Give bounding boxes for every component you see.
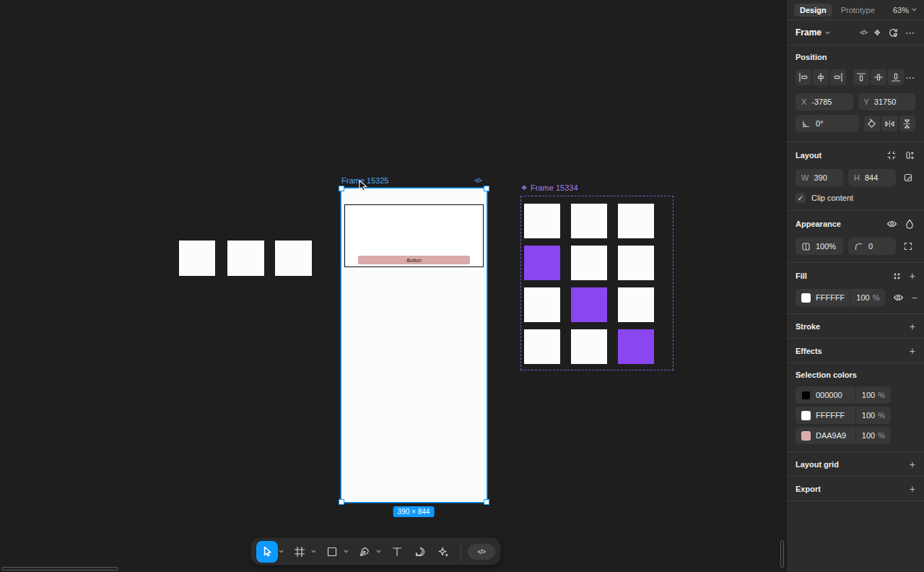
selection-handle-bottom-left[interactable] [339, 499, 344, 505]
move-cursor-icon [262, 546, 273, 558]
chevron-down-icon[interactable] [825, 31, 830, 35]
add-effect-icon[interactable]: + [910, 346, 915, 356]
canvas[interactable]: Frame 15325 </> Button 390 × 844 ❖ Frame… [0, 0, 924, 572]
fill-hex: FFFFFF [816, 293, 845, 302]
selection-handle-top-left[interactable] [339, 186, 344, 191]
pen-tool-icon [359, 546, 370, 558]
component-grid [524, 204, 654, 364]
frame-15334-label[interactable]: ❖ Frame 15334 [521, 183, 578, 192]
grid-cell-white[interactable] [618, 287, 654, 322]
align-bottom-button[interactable] [888, 69, 904, 85]
tab-design[interactable]: Design [794, 4, 832, 17]
position-title: Position [796, 53, 915, 61]
move-tool-chevron-icon[interactable] [279, 550, 284, 553]
x-position-field[interactable]: X -3785 [796, 93, 853, 110]
grid-cell-white[interactable] [571, 204, 607, 238]
add-fill-icon[interactable]: + [910, 271, 915, 281]
y-position-field[interactable]: Y 31750 [858, 93, 916, 110]
canvas-square-3[interactable] [275, 240, 312, 276]
grid-cell-white[interactable] [618, 204, 654, 238]
visibility-eye-icon[interactable] [886, 218, 897, 230]
grid-cell-white[interactable] [571, 246, 607, 280]
grid-cell-white[interactable] [524, 329, 560, 364]
layout-title: Layout [796, 151, 821, 160]
fill-opacity: 100 [856, 293, 869, 302]
rotate-button[interactable] [864, 116, 881, 131]
zoom-control[interactable]: 63% [893, 6, 917, 14]
grid-cell-white[interactable] [524, 204, 560, 238]
selection-type[interactable]: Frame [796, 27, 821, 38]
fill-title: Fill [796, 272, 807, 280]
frame-15325-code-icon[interactable]: </> [474, 177, 481, 184]
canvas-square-2[interactable] [227, 240, 264, 276]
remove-fill-icon[interactable]: − [911, 292, 917, 303]
color-percent: % [878, 391, 885, 399]
grid-cell-white[interactable] [618, 246, 654, 280]
tab-prototype[interactable]: Prototype [841, 6, 875, 14]
comment-tool-button[interactable] [409, 541, 431, 563]
fill-color-field[interactable]: FFFFFF 100 % [796, 289, 885, 306]
flip-vertical-button[interactable] [899, 116, 916, 131]
blend-mode-icon[interactable] [904, 218, 915, 230]
styles-icon[interactable] [892, 270, 903, 282]
add-stroke-icon[interactable]: + [910, 321, 915, 332]
width-field[interactable]: W 390 [796, 169, 843, 186]
vertical-scrollbar[interactable] [780, 540, 784, 568]
fill-swatch[interactable] [801, 293, 811, 303]
align-left-button[interactable] [796, 69, 811, 85]
dev-mode-toggle[interactable]: </> [468, 544, 495, 560]
align-horizontal-center-button[interactable] [813, 69, 829, 85]
canvas-square-1[interactable] [179, 240, 215, 276]
frame-tool-chevron-icon[interactable] [311, 550, 316, 553]
horizontal-scrollbar[interactable] [1, 567, 118, 571]
stroke-section: Stroke + [787, 314, 924, 339]
opacity-field[interactable]: 100% [796, 238, 843, 255]
pen-tool-button[interactable] [354, 541, 375, 563]
add-layout-grid-icon[interactable]: + [910, 459, 915, 469]
grid-cell-purple[interactable] [524, 246, 560, 280]
color-swatch[interactable] [801, 391, 811, 400]
color-swatch[interactable] [801, 411, 811, 420]
width-label: W [801, 173, 808, 182]
create-component-icon[interactable]: ❖ [873, 29, 881, 37]
selection-color-row[interactable]: DAA9A9 100 % [796, 427, 891, 444]
shape-tool-button[interactable] [321, 541, 343, 563]
selection-handle-top-right[interactable] [484, 186, 489, 191]
clip-content-checkbox[interactable]: ✓ [796, 193, 806, 203]
grid-cell-white[interactable] [524, 287, 560, 322]
flip-horizontal-button[interactable] [881, 116, 898, 131]
pen-tool-chevron-icon[interactable] [376, 550, 381, 553]
more-alignment-icon[interactable]: ⋯ [905, 73, 915, 82]
x-label: X [801, 98, 806, 106]
grid-cell-white[interactable] [571, 329, 607, 364]
text-tool-button[interactable] [386, 541, 408, 563]
actions-tool-button[interactable] [432, 541, 454, 563]
align-top-button[interactable] [853, 69, 869, 85]
independent-corners-icon[interactable] [901, 241, 915, 251]
selection-handle-bottom-right[interactable] [484, 499, 489, 505]
component-swap-icon[interactable] [887, 27, 899, 38]
export-title: Export [796, 485, 821, 493]
add-auto-layout-icon[interactable] [904, 150, 915, 161]
color-swatch[interactable] [801, 431, 811, 441]
resize-to-fit-icon[interactable] [886, 150, 897, 161]
dev-code-icon[interactable]: </> [860, 29, 867, 36]
rotation-field[interactable]: 0° [796, 115, 859, 132]
move-tool-button[interactable] [256, 541, 278, 563]
add-export-icon[interactable]: + [910, 484, 915, 494]
more-options-icon[interactable]: ⋯ [905, 28, 915, 38]
height-field[interactable]: H 844 [848, 169, 896, 186]
clip-content-row[interactable]: ✓ Clip content [796, 193, 915, 203]
fill-visibility-eye-icon[interactable] [892, 292, 904, 303]
selection-color-row[interactable]: 000000 100 % [796, 386, 891, 404]
canvas-button[interactable]: Button [358, 256, 470, 264]
align-vertical-center-button[interactable] [871, 69, 886, 85]
align-right-button[interactable] [830, 69, 846, 85]
grid-cell-purple[interactable] [571, 287, 607, 322]
aspect-ratio-icon[interactable] [901, 173, 915, 183]
selection-color-row[interactable]: FFFFFF 100 % [796, 407, 891, 424]
corner-radius-field[interactable]: 0 [848, 238, 896, 255]
grid-cell-purple[interactable] [618, 329, 654, 364]
shape-tool-chevron-icon[interactable] [344, 550, 349, 553]
frame-tool-button[interactable] [289, 541, 310, 563]
